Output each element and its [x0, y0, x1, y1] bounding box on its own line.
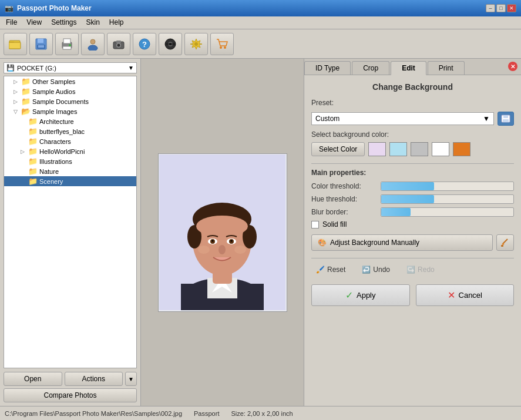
compare-photos-button[interactable]: Compare Photos	[4, 388, 137, 402]
maximize-button[interactable]: □	[496, 4, 506, 12]
undo-button[interactable]: ↩️ Undo	[357, 263, 395, 276]
preset-label: Preset:	[311, 99, 347, 107]
preset-dropdown[interactable]: Custom ▼	[311, 112, 494, 125]
drive-selector[interactable]: 💾 POCKET (G:) ▼	[4, 62, 137, 73]
adjust-bg-button[interactable]: 🎨 Adjust Background Manually	[311, 234, 493, 251]
actions-button[interactable]: Actions	[65, 372, 123, 386]
tree-item-sample-images[interactable]: ▽ 📂 Sample Images	[4, 106, 136, 116]
menu-help[interactable]: Help	[106, 18, 127, 28]
eyedropper-button[interactable]	[496, 234, 514, 251]
reset-button[interactable]: 🖌️ Reset	[311, 263, 350, 276]
tree-label: Sample Audios	[32, 88, 75, 95]
right-panel: ID Type Crop Edit Print Change Backgroun…	[304, 59, 521, 406]
panel-title: Change Background	[311, 82, 514, 92]
color-threshold-label: Color threshold:	[311, 182, 376, 190]
tree-item-nature[interactable]: 📁 Nature	[4, 166, 136, 176]
tree-expand-arch	[21, 119, 26, 125]
tab-crop[interactable]: Crop	[352, 61, 389, 75]
minimize-button[interactable]: –	[486, 4, 495, 12]
tree-expand-docs[interactable]: ▷	[14, 99, 19, 105]
preset-save-button[interactable]	[498, 112, 514, 126]
toolbar-print-btn[interactable]	[55, 33, 79, 55]
blur-border-label: Blur border:	[311, 208, 376, 216]
tree-item-sample-audios[interactable]: ▷ 📁 Sample Audios	[4, 86, 136, 96]
toolbar-camera-btn[interactable]	[107, 33, 130, 55]
status-path: C:\Program Files\Passport Photo Maker\Re…	[5, 410, 182, 417]
folder-icon: 📁	[28, 127, 38, 136]
svg-point-45	[219, 245, 226, 254]
solid-fill-row: Solid fill	[311, 220, 514, 229]
tree-item-helloworld[interactable]: ▷ 📁 HelloWorldPicni	[4, 146, 136, 156]
toolbar-help-btn[interactable]: ?	[133, 33, 156, 55]
apply-button[interactable]: ✓ Apply	[311, 284, 410, 306]
toolbar-cart-btn[interactable]	[210, 33, 234, 55]
tree-item-sample-docs[interactable]: ▷ 📁 Sample Documents	[4, 96, 136, 106]
toolbar-settings-btn[interactable]	[184, 33, 208, 55]
apply-label: Apply	[357, 291, 376, 300]
close-toolbar-btn[interactable]: ✕	[508, 62, 517, 71]
right-content: Change Background Preset: Custom ▼ Selec…	[304, 75, 521, 406]
svg-rect-6	[38, 45, 44, 48]
tree-item-scenery[interactable]: 📁 Scenery	[4, 176, 136, 186]
svg-point-43	[212, 240, 214, 242]
close-button[interactable]: ✕	[507, 4, 516, 12]
tree-expand-other[interactable]: ▷	[14, 79, 19, 85]
tree-expand-images[interactable]: ▽	[14, 109, 19, 115]
menu-file[interactable]: File	[2, 18, 21, 28]
cancel-button[interactable]: ✕ Cancel	[416, 284, 515, 306]
redo-icon: ↪️	[406, 266, 415, 274]
folder-icon: 📁	[21, 97, 31, 106]
actions-dropdown-button[interactable]: ▼	[125, 372, 137, 386]
blur-border-bar[interactable]	[381, 207, 514, 217]
photo-preview	[159, 154, 285, 310]
svg-rect-49	[503, 115, 508, 118]
swatch-white[interactable]	[432, 142, 449, 156]
drive-label: POCKET (G:)	[17, 65, 56, 72]
photo-area	[141, 59, 304, 406]
toolbar-person-btn[interactable]	[81, 33, 105, 55]
svg-rect-8	[63, 39, 70, 43]
tree-expand-hello[interactable]: ▷	[21, 149, 26, 154]
swatch-light-blue[interactable]	[389, 142, 407, 156]
left-panel: 💾 POCKET (G:) ▼ ▷ 📁 Other Samples ▷ 📁 Sa…	[0, 59, 141, 406]
tree-label: Illustrations	[39, 158, 72, 165]
swatch-lavender[interactable]	[368, 142, 386, 156]
svg-point-15	[117, 43, 120, 46]
tree-expand-nature	[21, 169, 26, 174]
toolbar-save-btn[interactable]	[29, 33, 53, 55]
file-tree[interactable]: ▷ 📁 Other Samples ▷ 📁 Sample Audios ▷ 📁 …	[4, 76, 137, 368]
hue-threshold-bar[interactable]	[381, 194, 514, 204]
folder-icon: 📁	[28, 167, 38, 176]
swatch-gray[interactable]	[411, 142, 428, 156]
tree-item-other-samples[interactable]: ▷ 📁 Other Samples	[4, 76, 136, 86]
menu-settings[interactable]: Settings	[48, 18, 80, 28]
toolbar-open-btn[interactable]	[4, 33, 27, 55]
tab-print[interactable]: Print	[428, 61, 465, 75]
tree-item-characters[interactable]: 📁 Characters	[4, 136, 136, 146]
solid-fill-checkbox[interactable]	[311, 221, 319, 229]
tree-item-architecture[interactable]: 📁 Architecture	[4, 116, 136, 126]
tree-item-illustrations[interactable]: 📁 Illustrations	[4, 156, 136, 166]
swatch-orange[interactable]	[453, 142, 470, 156]
tree-expand-butterflyes	[21, 129, 26, 135]
toolbar-film-btn[interactable]	[159, 33, 182, 55]
tree-expand-audios[interactable]: ▷	[14, 89, 19, 95]
folder-icon: 📁	[28, 147, 38, 156]
color-threshold-row: Color threshold:	[311, 182, 514, 191]
blur-border-fill	[381, 208, 411, 216]
title-bar: 📷 Passport Photo Maker – □ ✕	[0, 0, 521, 16]
tree-label: Nature	[39, 168, 59, 175]
select-color-button[interactable]: Select Color	[311, 142, 365, 156]
menu-view[interactable]: View	[23, 18, 45, 28]
main-area: 💾 POCKET (G:) ▼ ▷ 📁 Other Samples ▷ 📁 Sa…	[0, 59, 521, 406]
color-threshold-bar[interactable]	[381, 182, 514, 191]
tab-edit[interactable]: Edit	[391, 61, 426, 75]
tab-id-type[interactable]: ID Type	[304, 61, 351, 75]
undo-icon: ↩️	[362, 266, 371, 274]
tree-item-butterflyes[interactable]: 📁 butterflyes_blac	[4, 126, 136, 136]
drive-dropdown-arrow[interactable]: ▼	[128, 65, 134, 71]
redo-button[interactable]: ↪️ Redo	[402, 263, 439, 276]
svg-point-38	[196, 216, 248, 237]
menu-skin[interactable]: Skin	[83, 18, 103, 28]
open-button[interactable]: Open	[4, 372, 62, 386]
